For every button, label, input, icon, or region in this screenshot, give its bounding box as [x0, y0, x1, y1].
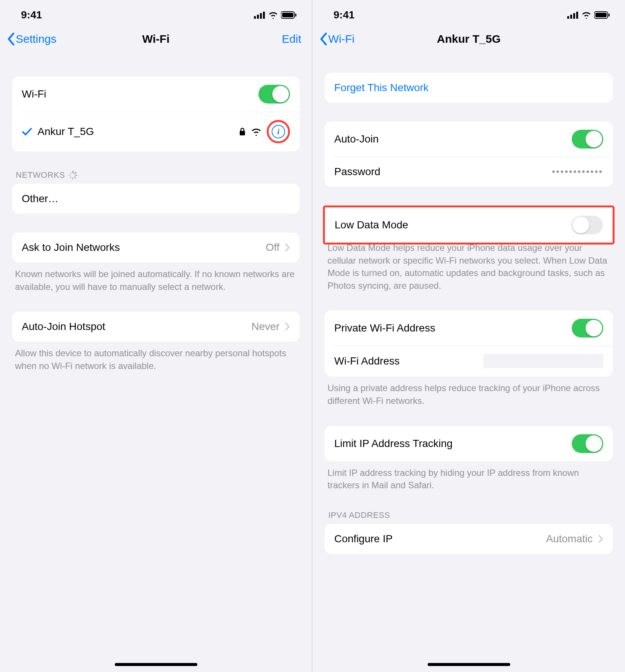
lowdata-highlight: Low Data Mode [323, 206, 614, 244]
private-addr-footer: Using a private address helps reduce tra… [325, 376, 613, 407]
svg-rect-6 [295, 14, 296, 16]
svg-rect-0 [254, 16, 256, 19]
svg-rect-11 [576, 12, 578, 19]
password-label: Password [334, 166, 552, 178]
status-time: 9:41 [21, 9, 42, 21]
status-time: 9:41 [334, 9, 355, 21]
svg-rect-3 [263, 12, 265, 19]
status-bar: 9:41 [0, 0, 312, 24]
wifi-label: Wi-Fi [22, 88, 258, 100]
forget-network-row[interactable]: Forget This Network [325, 73, 613, 103]
battery-icon [281, 11, 297, 19]
wifi-addr-value-redacted [483, 354, 603, 368]
svg-rect-1 [257, 15, 259, 19]
ipv4-group: IPV4 ADDRESS Configure IP Automatic [325, 510, 613, 554]
private-addr-group: Private Wi-Fi Address Wi-Fi Address Usin… [325, 310, 613, 407]
autojoin-group: Auto-Join Password •••••••••••• [325, 122, 613, 187]
private-addr-row[interactable]: Private Wi-Fi Address [325, 310, 613, 346]
checkmark-icon [22, 127, 32, 136]
hotspot-label: Auto-Join Hotspot [22, 321, 251, 333]
ask-join-group: Ask to Join Networks Off Known networks … [12, 232, 300, 293]
limit-tracking-label: Limit IP Address Tracking [334, 438, 572, 450]
ask-join-footer: Known networks will be joined automatica… [12, 262, 300, 293]
limit-tracking-footer: Limit IP address tracking by hiding your… [325, 461, 613, 492]
svg-rect-5 [282, 13, 293, 17]
ask-join-label: Ask to Join Networks [22, 242, 266, 254]
ask-join-value: Off [266, 242, 279, 254]
network-detail-screen: 9:41 Wi-Fi Ankur T_5G Forget This Networ… [312, 0, 625, 672]
wifi-status-icon [268, 11, 278, 19]
ask-join-row[interactable]: Ask to Join Networks Off [12, 232, 300, 262]
forget-group: Forget This Network [325, 73, 613, 103]
wifi-addr-label: Wi-Fi Address [334, 355, 483, 367]
lowdata-row[interactable]: Low Data Mode [325, 207, 613, 243]
ipv4-header: IPV4 ADDRESS [325, 510, 613, 524]
svg-rect-10 [573, 13, 575, 19]
limit-tracking-toggle[interactable] [572, 434, 603, 453]
info-button[interactable]: i [272, 125, 285, 138]
svg-rect-9 [570, 15, 572, 19]
lowdata-footer-group: Low Data Mode helps reduce your iPhone d… [325, 236, 613, 292]
status-bar: 9:41 [312, 0, 625, 24]
battery-icon [594, 11, 610, 19]
connected-network-name: Ankur T_5G [38, 126, 239, 138]
wifi-settings-screen: 9:41 Settings Wi-Fi Edit Wi-Fi Ankur T_5… [0, 0, 312, 672]
password-row[interactable]: Password •••••••••••• [325, 157, 613, 187]
back-button[interactable]: Settings [7, 33, 56, 45]
home-indicator[interactable] [115, 663, 197, 666]
wifi-addr-row[interactable]: Wi-Fi Address [325, 346, 613, 376]
chevron-left-icon [319, 33, 328, 45]
wifi-toggle[interactable] [258, 85, 290, 104]
svg-rect-2 [260, 13, 262, 19]
nav-title: Ankur T_5G [312, 33, 625, 45]
wifi-toggle-row[interactable]: Wi-Fi [12, 76, 300, 112]
networks-group: NETWORKS Other… [12, 170, 300, 214]
svg-rect-7 [240, 131, 245, 135]
autojoin-toggle[interactable] [572, 130, 603, 148]
chevron-right-icon [285, 243, 290, 252]
configure-ip-row[interactable]: Configure IP Automatic [325, 524, 613, 554]
private-addr-label: Private Wi-Fi Address [334, 322, 572, 334]
lowdata-footer: Low Data Mode helps reduce your iPhone d… [325, 236, 613, 292]
cellular-icon [567, 11, 578, 19]
connected-network-row[interactable]: Ankur T_5G i [12, 112, 300, 152]
other-network-row[interactable]: Other… [12, 184, 300, 214]
nav-bar: Settings Wi-Fi Edit [0, 24, 312, 54]
back-label: Wi-Fi [328, 33, 355, 45]
nav-bar: Wi-Fi Ankur T_5G [312, 24, 625, 54]
other-label: Other… [22, 193, 290, 205]
status-icons [254, 11, 297, 19]
back-button[interactable]: Wi-Fi [319, 33, 355, 45]
svg-rect-14 [608, 14, 610, 16]
forget-network-label: Forget This Network [334, 82, 429, 94]
private-addr-toggle[interactable] [572, 319, 603, 338]
status-icons [567, 11, 610, 19]
wifi-main-group: Wi-Fi Ankur T_5G i [12, 76, 300, 152]
chevron-left-icon [7, 33, 15, 45]
autojoin-label: Auto-Join [334, 133, 572, 145]
chevron-right-icon [285, 322, 290, 331]
hotspot-group: Auto-Join Hotspot Never Allow this devic… [12, 312, 300, 372]
lock-icon [239, 127, 246, 136]
password-value: •••••••••••• [552, 166, 603, 177]
limit-tracking-row[interactable]: Limit IP Address Tracking [325, 426, 613, 461]
configure-ip-label: Configure IP [334, 533, 546, 545]
wifi-signal-icon [251, 128, 261, 136]
hotspot-footer: Allow this device to automatically disco… [12, 342, 300, 372]
hotspot-value: Never [251, 321, 279, 333]
limit-tracking-group: Limit IP Address Tracking Limit IP addre… [325, 426, 613, 492]
autojoin-row[interactable]: Auto-Join [325, 122, 613, 157]
svg-rect-13 [595, 13, 607, 17]
configure-ip-value: Automatic [546, 533, 593, 545]
home-indicator[interactable] [428, 663, 510, 666]
edit-button[interactable]: Edit [282, 33, 301, 45]
svg-rect-8 [567, 16, 569, 19]
lowdata-label: Low Data Mode [335, 219, 571, 231]
cellular-icon [254, 11, 265, 19]
wifi-status-icon [581, 11, 591, 19]
network-indicators: i [239, 120, 290, 143]
hotspot-row[interactable]: Auto-Join Hotspot Never [12, 312, 300, 342]
lowdata-toggle[interactable] [571, 216, 603, 234]
loading-spinner-icon [68, 171, 77, 180]
back-label: Settings [16, 33, 56, 45]
